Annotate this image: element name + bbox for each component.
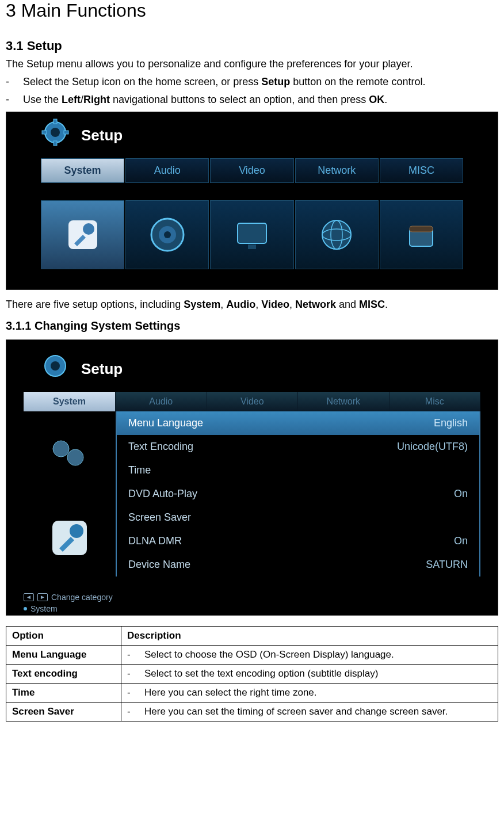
dash-icon: -: [6, 94, 23, 106]
bullet2-mid: navigational buttons to select an option…: [110, 94, 369, 105]
svg-point-21: [67, 449, 83, 465]
dash-icon: -: [127, 687, 144, 698]
icon-cell-misc[interactable]: [380, 200, 463, 269]
tab-audio[interactable]: Audio: [116, 392, 207, 411]
bullet1-post: button on the remote control.: [290, 76, 425, 87]
option-desc: Here you can select the right time zone.: [144, 687, 492, 698]
icon-cell-network[interactable]: [295, 200, 379, 269]
footer-crumb-text: System: [30, 604, 58, 613]
tab-audio[interactable]: Audio: [125, 158, 209, 183]
svg-point-10: [164, 231, 171, 238]
setting-row-text-encoding[interactable]: Text Encoding Unicode(UTF8): [117, 435, 479, 459]
option-desc: Here you can set the timing of screen sa…: [144, 706, 492, 717]
caption-text: There are five setup options, including …: [6, 299, 498, 311]
table-row: Menu Language -Select to choose the OSD …: [6, 646, 498, 665]
setting-row-menu-language[interactable]: Menu Language English: [117, 411, 479, 435]
table-row: Screen Saver -Here you can set the timin…: [6, 703, 498, 721]
globe-icon: [316, 215, 357, 255]
setting-label: Text Encoding: [128, 441, 193, 453]
icon-cell-audio[interactable]: [125, 200, 209, 269]
setting-value: SATURN: [426, 559, 468, 571]
svg-rect-17: [410, 226, 433, 232]
tab-misc[interactable]: Misc: [390, 392, 481, 411]
tab-network[interactable]: Network: [298, 392, 390, 411]
setting-label: DVD Auto-Play: [128, 488, 197, 500]
setting-row-device-name[interactable]: Device Name SATURN: [117, 553, 479, 577]
setting-value: Unicode(UTF8): [397, 441, 468, 453]
setting-value: On: [454, 535, 468, 547]
right-key-icon: ►: [37, 593, 48, 601]
dash-icon: -: [127, 668, 144, 679]
setting-label: Device Name: [128, 559, 190, 571]
footer-breadcrumb: System: [24, 604, 480, 613]
screenshot-system-settings: Setup System Audio Video Network Misc M: [6, 339, 498, 616]
options-table: Option Description Menu Language -Select…: [6, 626, 498, 721]
bullet2-pre: Use the: [23, 94, 62, 105]
svg-rect-2: [54, 119, 57, 124]
option-name: Time: [6, 684, 121, 703]
tab-system[interactable]: System: [24, 392, 116, 411]
tools-icon: [35, 503, 104, 572]
bullet1-bold: Setup: [261, 76, 290, 87]
box-icon: [401, 215, 441, 255]
table-row: Time -Here you can select the right time…: [6, 684, 498, 703]
bullet1-pre: Select the Setup icon on the home screen…: [23, 76, 261, 87]
subsection-title: 3.1.1 Changing System Settings: [6, 319, 498, 333]
screenshot-setup-tabs: Setup System Audio Video Network MISC: [6, 112, 498, 290]
gears-icon: [35, 423, 104, 492]
page-title: 3 Main Functions: [6, 0, 498, 21]
svg-rect-3: [54, 141, 57, 146]
setting-value: On: [454, 488, 468, 500]
option-name: Menu Language: [6, 646, 121, 665]
speaker-icon: [147, 215, 188, 255]
svg-rect-11: [238, 223, 266, 243]
setting-row-dlna-dmr[interactable]: DLNA DMR On: [117, 529, 479, 553]
icon-cell-system[interactable]: [41, 200, 124, 269]
intro-text: The Setup menu allows you to personalize…: [6, 58, 498, 70]
tools-icon: [63, 215, 103, 255]
tab-misc[interactable]: MISC: [380, 158, 463, 183]
screenshot2-title: Setup: [81, 360, 123, 378]
bullet2-bold1: Left: [62, 94, 81, 105]
tab-network[interactable]: Network: [295, 158, 379, 183]
svg-rect-12: [248, 245, 256, 249]
dash-icon: -: [6, 76, 23, 88]
svg-rect-4: [42, 131, 47, 134]
setting-label: Time: [128, 464, 151, 476]
svg-point-19: [51, 361, 60, 371]
footer-hint: ◄ ► Change category: [24, 593, 480, 602]
gear-icon: [41, 352, 75, 386]
bullet2-post: .: [384, 94, 387, 105]
gear-icon: [41, 118, 75, 152]
setting-row-dvd-autoplay[interactable]: DVD Auto-Play On: [117, 482, 479, 506]
svg-point-7: [83, 223, 94, 235]
svg-point-13: [322, 220, 351, 249]
tab-video[interactable]: Video: [210, 158, 293, 183]
setting-label: DLNA DMR: [128, 535, 182, 547]
table-row: Text encoding -Select to set the text en…: [6, 665, 498, 684]
setting-row-time[interactable]: Time: [117, 459, 479, 482]
dot-icon: [24, 607, 27, 610]
section-title-setup: 3.1 Setup: [6, 39, 498, 54]
left-key-icon: ◄: [24, 593, 34, 601]
bullet2-bold3: OK: [369, 94, 384, 105]
icon-cell-video[interactable]: [210, 200, 293, 269]
tab-system[interactable]: System: [41, 158, 124, 183]
setting-label: Menu Language: [128, 417, 203, 429]
svg-point-1: [51, 128, 60, 137]
dash-icon: -: [127, 649, 144, 661]
option-desc: Select to choose the OSD (On-Screen Disp…: [144, 649, 492, 661]
svg-point-23: [70, 524, 83, 538]
tab-video[interactable]: Video: [207, 392, 299, 411]
monitor-icon: [232, 215, 272, 255]
header-description: Description: [121, 627, 498, 646]
setting-row-screen-saver[interactable]: Screen Saver: [117, 506, 479, 529]
svg-rect-5: [64, 131, 68, 134]
screenshot1-title: Setup: [81, 127, 123, 144]
svg-point-20: [53, 441, 69, 457]
bullet-1: - Select the Setup icon on the home scre…: [6, 76, 498, 88]
option-name: Screen Saver: [6, 703, 121, 721]
footer-hint-text: Change category: [51, 593, 113, 602]
bullet-2: - Use the Left/Right navigational button…: [6, 94, 498, 106]
setting-label: Screen Saver: [128, 511, 191, 524]
